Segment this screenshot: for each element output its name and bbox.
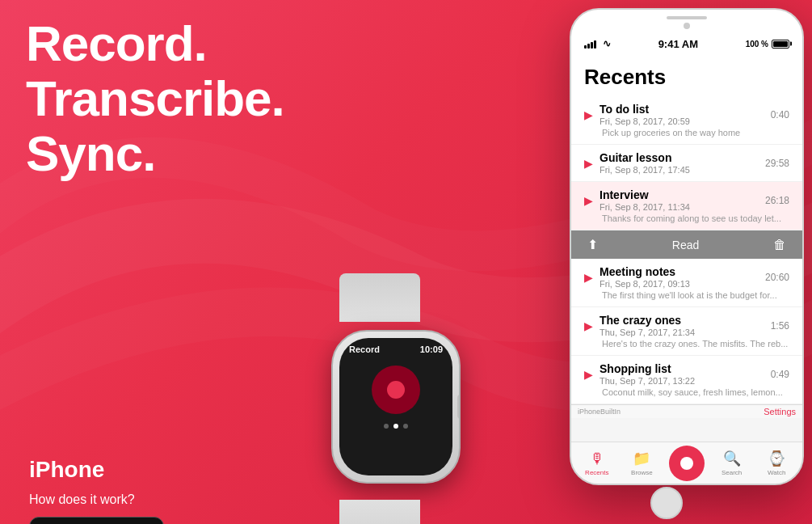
watch-dot-3 xyxy=(403,424,408,429)
watch-icon: ⌚ xyxy=(768,450,785,467)
recording-item-selected[interactable]: ▶ Interview Fri, Sep 8, 2017, 11:34 26:1… xyxy=(571,182,802,230)
play-icon: ▶ xyxy=(584,108,593,121)
tab-recents-label: Recents xyxy=(585,469,608,476)
recording-item-top: ▶ To do list Fri, Sep 8, 2017, 20:59 0:4… xyxy=(584,103,789,126)
watch-body: Record 10:09 xyxy=(331,330,461,484)
watch-time: 10:09 xyxy=(420,344,443,354)
recording-name-area: ▶ Meeting notes Fri, Sep 8, 2017, 09:13 xyxy=(584,265,765,289)
play-icon: ▶ xyxy=(584,194,593,207)
watch-mockup: Record 10:09 xyxy=(315,314,477,508)
signal-bar-4 xyxy=(594,40,596,49)
status-right: 100 % xyxy=(746,40,789,49)
recording-name-area: ▶ Guitar lesson Fri, Sep 8, 2017, 17:45 xyxy=(584,151,765,175)
recording-info: Interview Fri, Sep 8, 2017, 11:34 xyxy=(600,188,690,212)
signal-bar-1 xyxy=(584,45,587,49)
watch-dot-1 xyxy=(384,424,389,429)
recording-duration: 29:58 xyxy=(765,158,789,169)
phone-outer: ∿ 9:41 AM 100 % Recents xyxy=(570,8,804,485)
trash-icon[interactable]: 🗑 xyxy=(773,238,786,252)
recording-subtitle: Here's to the crazy ones. The misfits. T… xyxy=(602,339,789,349)
status-left: ∿ xyxy=(584,38,611,49)
recording-item-top: ▶ Guitar lesson Fri, Sep 8, 2017, 17:45 … xyxy=(584,151,789,175)
recording-item-top: ▶ Interview Fri, Sep 8, 2017, 11:34 26:1… xyxy=(584,188,789,212)
search-icon: 🔍 xyxy=(723,450,741,467)
tab-record[interactable] xyxy=(664,446,709,481)
watch-dots xyxy=(384,424,408,429)
recording-name: Interview xyxy=(600,188,690,201)
recording-date: Fri, Sep 8, 2017, 20:59 xyxy=(600,116,690,126)
phone-inner: ∿ 9:41 AM 100 % Recents xyxy=(571,10,802,484)
recording-duration: 1:56 xyxy=(771,320,789,332)
recording-item[interactable]: ▶ Shopping list Thu, Sep 7, 2017, 13:22 … xyxy=(571,356,802,404)
how-it-works-text: How does it work? xyxy=(29,492,349,507)
recording-date: Fri, Sep 8, 2017, 09:13 xyxy=(600,279,690,289)
watch-band-bottom xyxy=(339,500,420,524)
read-button[interactable]: Read xyxy=(672,239,699,251)
headline-sync: Sync. xyxy=(26,126,349,181)
recents-icon: 🎙 xyxy=(590,450,604,467)
tab-recents[interactable]: 🎙 Recents xyxy=(574,450,620,476)
recording-info: Shopping list Thu, Sep 7, 2017, 13:22 xyxy=(600,362,695,386)
battery-icon xyxy=(772,40,789,49)
watch-screen: Record 10:09 xyxy=(339,338,452,475)
recording-item[interactable]: ▶ The crazy ones Thu, Sep 7, 2017, 21:34… xyxy=(571,307,802,356)
watch-dot-2 xyxy=(393,424,398,429)
record-button[interactable] xyxy=(669,446,705,481)
recording-name: To do list xyxy=(600,103,690,116)
iphone-built-in-bar: iPhoneBuiltIn Settings xyxy=(571,404,802,418)
home-button[interactable] xyxy=(650,487,683,519)
phone-speaker xyxy=(667,16,707,19)
camera-dot xyxy=(684,23,690,29)
phone-top-area xyxy=(571,10,802,32)
recording-subtitle: Thanks for coming along to see us today … xyxy=(602,213,789,223)
play-icon: ▶ xyxy=(584,368,593,381)
recording-item-top: ▶ Meeting notes Fri, Sep 8, 2017, 09:13 … xyxy=(584,265,789,289)
recording-item-top: ▶ Shopping list Thu, Sep 7, 2017, 13:22 … xyxy=(584,362,789,386)
phone-mockup: ∿ 9:41 AM 100 % Recents xyxy=(521,0,812,524)
recording-item[interactable]: ▶ Meeting notes Fri, Sep 8, 2017, 09:13 … xyxy=(571,259,802,307)
watch-status-bar: Record 10:09 xyxy=(339,338,452,357)
recording-item[interactable]: ▶ To do list Fri, Sep 8, 2017, 20:59 0:4… xyxy=(571,96,802,145)
hero-headlines: Record. Transcribe. Sync. xyxy=(26,16,349,182)
tab-browse[interactable]: 📁 Browse xyxy=(620,450,665,476)
app-title: Recents xyxy=(584,65,789,90)
play-icon: ▶ xyxy=(584,157,593,170)
recording-duration: 0:40 xyxy=(771,109,789,120)
play-icon: ▶ xyxy=(584,319,593,332)
status-bar: ∿ 9:41 AM 100 % xyxy=(571,32,802,55)
watch-band-top xyxy=(339,273,420,322)
settings-label[interactable]: Settings xyxy=(764,407,796,416)
built-in-label: iPhoneBuiltIn xyxy=(578,408,621,416)
recording-name: Guitar lesson xyxy=(600,151,690,164)
tab-search[interactable]: 🔍 Search xyxy=(709,450,755,476)
watch-record-inner xyxy=(387,381,405,399)
recording-item[interactable]: ▶ Guitar lesson Fri, Sep 8, 2017, 17:45 … xyxy=(571,145,802,182)
play-icon: ▶ xyxy=(584,271,593,284)
tab-search-label: Search xyxy=(722,469,742,476)
recording-duration: 0:49 xyxy=(771,369,789,380)
watch-crown xyxy=(457,395,461,419)
signal-bar-2 xyxy=(587,44,590,49)
recording-duration: 26:18 xyxy=(765,195,789,206)
recording-date: Thu, Sep 7, 2017, 13:22 xyxy=(600,376,695,386)
recording-info: Meeting notes Fri, Sep 8, 2017, 09:13 xyxy=(600,265,690,289)
recording-name: Meeting notes xyxy=(600,265,690,278)
watch-app-name: Record xyxy=(349,344,380,354)
recording-name-area: ▶ Interview Fri, Sep 8, 2017, 11:34 xyxy=(584,188,765,212)
recording-info: To do list Fri, Sep 8, 2017, 20:59 xyxy=(600,103,690,126)
recording-subtitle: Coconut milk, soy sauce, fresh limes, le… xyxy=(602,387,789,397)
recording-date: Fri, Sep 8, 2017, 11:34 xyxy=(600,202,690,212)
recording-name-area: ▶ Shopping list Thu, Sep 7, 2017, 13:22 xyxy=(584,362,771,386)
browse-icon: 📁 xyxy=(633,450,650,467)
battery-pct: 100 % xyxy=(746,40,768,49)
tab-watch-label: Watch xyxy=(768,469,785,476)
share-icon[interactable]: ⬆ xyxy=(587,237,598,252)
left-content: Record. Transcribe. Sync. iPhone How doe… xyxy=(26,16,349,524)
tab-bar: 🎙 Recents 📁 Browse 🔍 Search ⌚ xyxy=(571,442,802,484)
recording-info: The crazy ones Thu, Sep 7, 2017, 21:34 xyxy=(600,314,695,337)
recording-name: Shopping list xyxy=(600,362,695,375)
tab-watch[interactable]: ⌚ Watch xyxy=(754,450,799,476)
watch-record-button[interactable] xyxy=(372,366,420,414)
app-store-button[interactable]:  Download on the App Store xyxy=(29,517,164,524)
platform-label: iPhone xyxy=(29,457,349,483)
